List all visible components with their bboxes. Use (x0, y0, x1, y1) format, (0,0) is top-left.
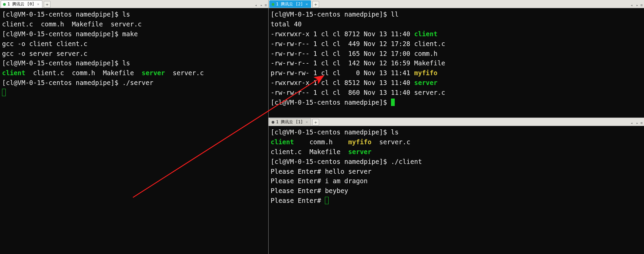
right-top-pane: 1 腾讯云 [2] × + ◂ ▸ ≡ [cl@VM-0-15-centos n… (269, 0, 644, 118)
terminal-right-top[interactable]: [cl@VM-0-15-centos namedpipe]$ ll total … (269, 8, 644, 118)
tabbar-right-top: 1 腾讯云 [2] × + ◂ ▸ ≡ (269, 0, 644, 8)
tabbar-right-bot: 1 腾讯云 [1] × + ◂ ▸ ≡ (269, 118, 644, 126)
menu-icon[interactable]: ≡ (640, 3, 642, 7)
status-dot-icon (272, 3, 274, 6)
arrow-right-icon[interactable]: ▸ (259, 3, 264, 8)
tabbar-controls: ◂ ▸ ≡ (253, 3, 268, 8)
status-dot-icon (3, 3, 6, 6)
add-tab-button[interactable]: + (312, 119, 319, 126)
arrow-left-icon[interactable]: ◂ (253, 3, 258, 8)
add-tab-button[interactable]: + (312, 1, 319, 8)
right-pane: 1 腾讯云 [2] × + ◂ ▸ ≡ [cl@VM-0-15-centos n… (269, 0, 644, 254)
close-icon[interactable]: × (306, 120, 308, 124)
left-pane: 1 腾讯云 [0] × + ◂ ▸ ≡ [cl@VM-0-15-centos n… (0, 0, 269, 254)
right-bot-pane: 1 腾讯云 [1] × + ◂ ▸ ≡ [cl@VM-0-15-centos n… (269, 118, 644, 254)
tab-label: 1 腾讯云 [0] (7, 1, 34, 7)
arrow-left-icon[interactable]: ◂ (629, 3, 634, 8)
terminal-left[interactable]: [cl@VM-0-15-centos namedpipe]$ ls client… (0, 8, 268, 254)
arrow-left-icon[interactable]: ◂ (629, 121, 634, 126)
tabbar-left: 1 腾讯云 [0] × + ◂ ▸ ≡ (0, 0, 268, 8)
close-icon[interactable]: × (306, 2, 308, 6)
status-dot-icon (272, 121, 274, 124)
tab-label: 1 腾讯云 [1] (276, 119, 303, 125)
tab-label: 1 腾讯云 [2] (276, 1, 303, 7)
close-icon[interactable]: × (37, 2, 39, 6)
tab-right-bot-0[interactable]: 1 腾讯云 [1] × (269, 118, 311, 126)
menu-icon[interactable]: ≡ (265, 3, 266, 7)
arrow-right-icon[interactable]: ▸ (635, 3, 640, 8)
tab-left-0[interactable]: 1 腾讯云 [0] × (1, 0, 42, 8)
tabbar-controls: ◂ ▸ ≡ (629, 121, 644, 126)
arrow-right-icon[interactable]: ▸ (635, 121, 640, 126)
add-tab-button[interactable]: + (44, 1, 51, 8)
tab-right-top-0[interactable]: 1 腾讯云 [2] × (269, 0, 311, 8)
menu-icon[interactable]: ≡ (640, 121, 642, 125)
tabbar-controls: ◂ ▸ ≡ (629, 3, 644, 8)
terminal-right-bot[interactable]: [cl@VM-0-15-centos namedpipe]$ ls client… (269, 126, 644, 254)
